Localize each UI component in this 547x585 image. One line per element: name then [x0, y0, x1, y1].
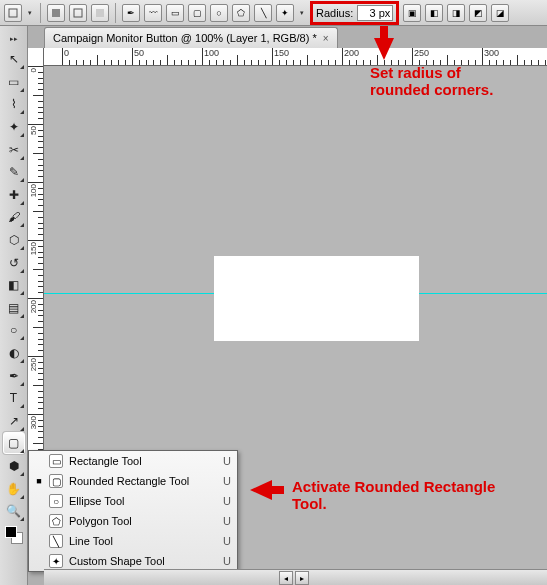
brush-tool[interactable]: 🖌 — [3, 206, 25, 228]
tool-label: Custom Shape Tool — [69, 555, 217, 567]
document-title: Campaign Monitor Button @ 100% (Layer 1,… — [53, 32, 317, 44]
zoom-tool[interactable]: 🔍 — [3, 500, 25, 522]
shortcut-key: U — [223, 555, 231, 567]
dropdown-icon[interactable]: ▾ — [298, 4, 306, 22]
flyout-item[interactable]: ╲Line ToolU — [29, 531, 237, 551]
scrollbar-horizontal[interactable]: ◂ ▸ — [44, 569, 547, 585]
shortcut-key: U — [223, 495, 231, 507]
tools-panel: ▸▸ ↖▭⌇✦✂✎✚🖌⬡↺◧▤○◐✒T↗▢⬢✋🔍 — [0, 26, 28, 585]
rounded-rectangle-icon[interactable]: ▢ — [188, 4, 206, 22]
tool-icon: ⬠ — [49, 514, 63, 528]
svg-rect-1 — [52, 9, 60, 17]
flyout-item[interactable]: ○Ellipse ToolU — [29, 491, 237, 511]
tool-label: Ellipse Tool — [69, 495, 217, 507]
shortcut-key: U — [223, 515, 231, 527]
shape-layers-icon[interactable] — [47, 4, 65, 22]
eyedropper-tool[interactable]: ✎ — [3, 161, 25, 183]
move-tool[interactable]: ↖ — [3, 48, 25, 70]
type-tool[interactable]: T — [3, 387, 25, 409]
document-tab-strip: Campaign Monitor Button @ 100% (Layer 1,… — [44, 26, 547, 48]
pen-tool[interactable]: ✒ — [3, 365, 25, 387]
rectangle-icon[interactable]: ▭ — [166, 4, 184, 22]
checkmark: ■ — [35, 476, 43, 486]
marquee-tool[interactable]: ▭ — [3, 71, 25, 93]
annotation-text-top: Set radius of rounded corners. — [370, 64, 493, 98]
radius-field-group: Radius: — [310, 1, 399, 25]
stamp-tool[interactable]: ⬡ — [3, 229, 25, 251]
line-icon[interactable]: ╲ — [254, 4, 272, 22]
tool-icon: ▢ — [49, 474, 63, 488]
history-brush[interactable]: ↺ — [3, 252, 25, 274]
ellipse-icon[interactable]: ○ — [210, 4, 228, 22]
healing-tool[interactable]: ✚ — [3, 184, 25, 206]
lasso-tool[interactable]: ⌇ — [3, 93, 25, 115]
3d-tool[interactable]: ⬢ — [3, 455, 25, 477]
scroll-right-icon[interactable]: ▸ — [295, 571, 309, 585]
pen-icon[interactable]: ✒ — [122, 4, 140, 22]
svg-rect-3 — [96, 9, 104, 17]
combine-new-icon[interactable]: ▣ — [403, 4, 421, 22]
close-icon[interactable]: × — [323, 33, 329, 44]
flyout-item[interactable]: ✦Custom Shape ToolU — [29, 551, 237, 571]
combine-add-icon[interactable]: ◧ — [425, 4, 443, 22]
tool-icon: ╲ — [49, 534, 63, 548]
shape-tool-flyout: ▭Rectangle ToolU■▢Rounded Rectangle Tool… — [28, 450, 238, 572]
blur-tool[interactable]: ○ — [3, 319, 25, 341]
fill-pixels-icon[interactable] — [91, 4, 109, 22]
annotation-arrow-top — [374, 38, 394, 60]
polygon-icon[interactable]: ⬠ — [232, 4, 250, 22]
collapse-icon[interactable]: ▸▸ — [10, 30, 18, 48]
tool-icon: ▭ — [49, 454, 63, 468]
document-tab[interactable]: Campaign Monitor Button @ 100% (Layer 1,… — [44, 27, 338, 48]
tool-preset-icon[interactable] — [4, 4, 22, 22]
tool-label: Polygon Tool — [69, 515, 217, 527]
radius-label: Radius: — [316, 7, 353, 19]
flyout-item[interactable]: ■▢Rounded Rectangle ToolU — [29, 471, 237, 491]
freeform-pen-icon[interactable]: 〰 — [144, 4, 162, 22]
combine-exclude-icon[interactable]: ◪ — [491, 4, 509, 22]
shape-tool[interactable]: ▢ — [3, 432, 25, 454]
radius-input[interactable] — [357, 5, 393, 21]
tool-label: Rectangle Tool — [69, 455, 217, 467]
wand-tool[interactable]: ✦ — [3, 116, 25, 138]
gradient-tool[interactable]: ▤ — [3, 297, 25, 319]
annotation-text-bottom: Activate Rounded Rectangle Tool. — [292, 478, 495, 512]
svg-rect-0 — [9, 9, 17, 17]
custom-shape-icon[interactable]: ✦ — [276, 4, 294, 22]
color-swatches[interactable] — [3, 524, 25, 546]
hand-tool[interactable]: ✋ — [3, 478, 25, 500]
crop-tool[interactable]: ✂ — [3, 139, 25, 161]
document-canvas[interactable] — [214, 256, 419, 341]
svg-rect-2 — [74, 9, 82, 17]
combine-intersect-icon[interactable]: ◩ — [469, 4, 487, 22]
tool-label: Rounded Rectangle Tool — [69, 475, 217, 487]
paths-icon[interactable] — [69, 4, 87, 22]
tool-label: Line Tool — [69, 535, 217, 547]
options-bar: ▾ ✒ 〰 ▭ ▢ ○ ⬠ ╲ ✦ ▾ Radius: ▣ ◧ ◨ ◩ ◪ — [0, 0, 547, 26]
tool-icon: ○ — [49, 494, 63, 508]
flyout-item[interactable]: ⬠Polygon ToolU — [29, 511, 237, 531]
shortcut-key: U — [223, 475, 231, 487]
path-select-tool[interactable]: ↗ — [3, 410, 25, 432]
combine-subtract-icon[interactable]: ◨ — [447, 4, 465, 22]
dropdown-icon[interactable]: ▾ — [26, 4, 34, 22]
tool-icon: ✦ — [49, 554, 63, 568]
eraser-tool[interactable]: ◧ — [3, 274, 25, 296]
dodge-tool[interactable]: ◐ — [3, 342, 25, 364]
scroll-left-icon[interactable]: ◂ — [279, 571, 293, 585]
shortcut-key: U — [223, 455, 231, 467]
annotation-arrow-bottom — [250, 480, 272, 502]
flyout-item[interactable]: ▭Rectangle ToolU — [29, 451, 237, 471]
shortcut-key: U — [223, 535, 231, 547]
